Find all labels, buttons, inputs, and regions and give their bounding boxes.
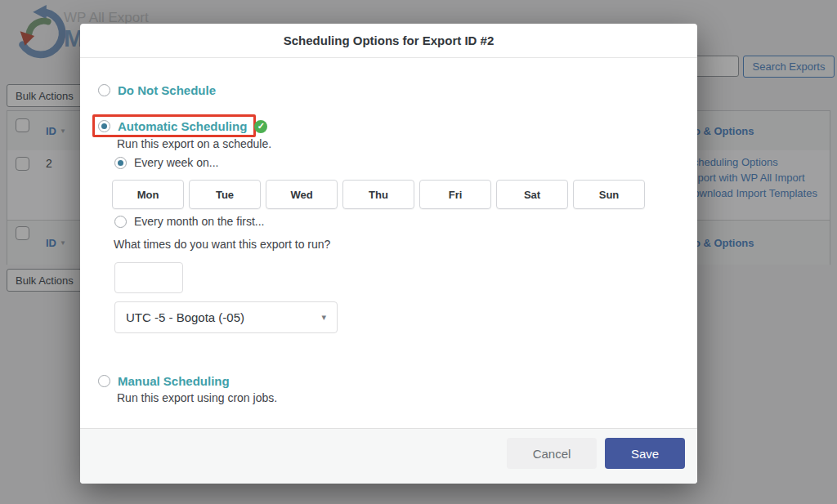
day-button-fri[interactable]: Fri [419,180,491,209]
do-not-schedule-option: Do Not Schedule [98,83,216,97]
day-button-sun[interactable]: Sun [573,180,645,209]
day-button-sat[interactable]: Sat [496,180,568,209]
cancel-button[interactable]: Cancel [507,438,597,469]
manual-scheduling-radio[interactable] [98,375,110,387]
automatic-scheduling-description: Run this export on a schedule. [117,137,271,150]
times-question-label: What times do you want this export to ru… [114,238,330,251]
every-month-label[interactable]: Every month on the first... [134,215,265,228]
day-button-thu[interactable]: Thu [342,180,414,209]
day-button-tue[interactable]: Tue [189,180,261,209]
manual-scheduling-option: Manual Scheduling [98,374,230,388]
timezone-select[interactable]: UTC -5 - Bogota (-05) ▾ [114,301,338,333]
modal-footer: Cancel Save [80,428,697,484]
day-button-mon[interactable]: Mon [112,180,184,209]
automatic-scheduling-label[interactable]: Automatic Scheduling [118,119,247,133]
automatic-scheduling-option: Automatic Scheduling ✓ [98,119,267,133]
scheduling-options-modal: Scheduling Options for Export ID #2 Do N… [80,24,697,484]
modal-title: Scheduling Options for Export ID #2 [284,33,495,47]
every-month-option: Every month on the first... [114,215,265,228]
day-button-wed[interactable]: Wed [266,180,338,209]
check-icon: ✓ [254,120,267,133]
manual-scheduling-label[interactable]: Manual Scheduling [118,374,230,388]
every-week-label[interactable]: Every week on... [134,156,219,169]
save-button[interactable]: Save [605,438,685,469]
every-week-option: Every week on... [114,156,219,169]
timezone-selected-value: UTC -5 - Bogota (-05) [115,310,321,324]
do-not-schedule-label[interactable]: Do Not Schedule [118,83,216,97]
every-week-radio[interactable] [114,157,127,169]
manual-scheduling-description: Run this export using cron jobs. [117,391,277,404]
modal-header: Scheduling Options for Export ID #2 [80,24,697,58]
caret-down-icon: ▾ [321,312,337,323]
time-input[interactable] [114,262,183,293]
do-not-schedule-radio[interactable] [98,84,110,96]
automatic-scheduling-radio[interactable] [98,120,110,132]
every-month-radio[interactable] [114,216,127,228]
